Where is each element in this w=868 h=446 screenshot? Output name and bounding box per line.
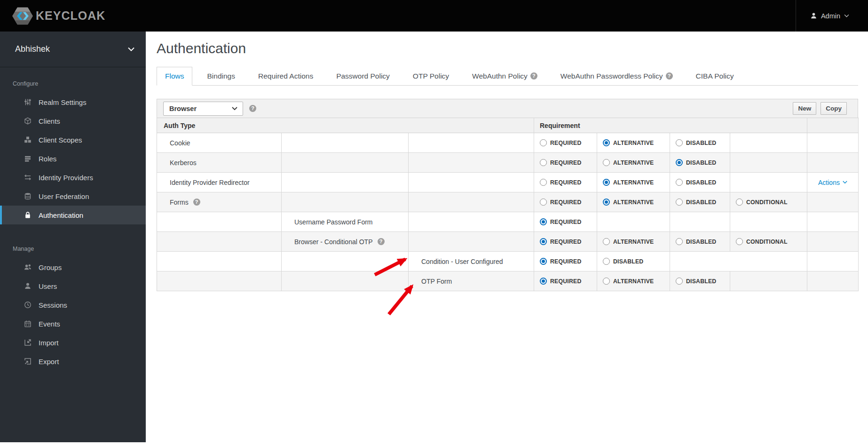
- sidebar-item-label: Clients: [39, 117, 60, 125]
- sidebar-nav: ConfigureRealm SettingsClientsClient Sco…: [0, 80, 146, 371]
- tab-password-policy[interactable]: Password Policy: [328, 67, 398, 85]
- requirement-radio-conditional[interactable]: [736, 199, 743, 206]
- sidebar: Abhishek ConfigureRealm SettingsClientsC…: [0, 32, 146, 442]
- empty-cell: [409, 212, 534, 232]
- tab-label: OTP Policy: [413, 72, 449, 80]
- requirement-cell: DISABLED: [597, 252, 670, 271]
- tab-label: Required Actions: [258, 72, 313, 80]
- requirement-option-label: REQUIRED: [550, 258, 582, 265]
- requirement-option: CONDITIONAL: [730, 238, 788, 245]
- empty-cell: [730, 212, 807, 232]
- actions-cell: [807, 271, 859, 291]
- requirement-option-label: ALTERNATIVE: [613, 140, 654, 146]
- tab-ciba-policy[interactable]: CIBA Policy: [687, 67, 742, 85]
- requirement-radio-required[interactable]: [540, 199, 547, 206]
- auth-type-cell: Condition - User Configured: [409, 252, 534, 271]
- tab-webauthn-policy[interactable]: WebAuthn Policy?: [464, 67, 546, 85]
- sidebar-item-events[interactable]: Events: [0, 314, 146, 333]
- requirement-option: DISABLED: [597, 258, 643, 265]
- requirement-radio-required[interactable]: [540, 278, 547, 285]
- copy-button[interactable]: Copy: [821, 102, 847, 115]
- requirement-cell: REQUIRED: [534, 271, 597, 291]
- requirement-cell: REQUIRED: [534, 232, 597, 252]
- tab-webauthn-passwordless-policy[interactable]: WebAuthn Passwordless Policy?: [552, 67, 681, 85]
- requirement-radio-required[interactable]: [540, 238, 547, 245]
- requirement-cell: DISABLED: [670, 271, 730, 291]
- requirement-radio-required[interactable]: [540, 218, 547, 225]
- empty-cell: [730, 271, 807, 291]
- top-bar: KEYCLOAK Admin: [0, 0, 868, 32]
- sidebar-item-import[interactable]: Import: [0, 333, 146, 352]
- page-title: Authentication: [157, 40, 246, 56]
- keycloak-logo[interactable]: KEYCLOAK: [12, 7, 105, 25]
- sliders-icon: [23, 98, 33, 106]
- requirement-option: REQUIRED: [534, 179, 582, 186]
- sidebar-item-roles[interactable]: Roles: [0, 149, 146, 168]
- auth-flows-table: Auth Type Requirement CookieREQUIREDALTE…: [157, 118, 859, 291]
- requirement-radio-alternative[interactable]: [603, 179, 610, 186]
- sidebar-item-client-scopes[interactable]: Client Scopes: [0, 130, 146, 149]
- empty-cell: [409, 192, 534, 212]
- requirement-radio-disabled[interactable]: [676, 139, 683, 146]
- requirement-option-label: REQUIRED: [550, 179, 582, 186]
- requirement-radio-alternative[interactable]: [603, 159, 610, 166]
- sidebar-item-identity-providers[interactable]: Identity Providers: [0, 168, 146, 187]
- sidebar-item-clients[interactable]: Clients: [0, 112, 146, 130]
- requirement-radio-alternative[interactable]: [603, 238, 610, 245]
- requirement-radio-alternative[interactable]: [603, 278, 610, 285]
- auth-type-label: Condition - User Configured: [421, 258, 503, 265]
- tab-flows[interactable]: Flows: [157, 67, 192, 86]
- auth-type-label: Cookie: [170, 139, 190, 147]
- actions-dropdown[interactable]: Actions: [818, 179, 847, 186]
- help-icon[interactable]: ?: [249, 105, 256, 112]
- requirement-radio-required[interactable]: [540, 258, 547, 265]
- requirement-radio-required[interactable]: [540, 179, 547, 186]
- requirement-radio-disabled[interactable]: [676, 278, 683, 285]
- requirement-radio-required[interactable]: [540, 139, 547, 146]
- sidebar-item-authentication[interactable]: Authentication: [0, 206, 146, 224]
- actions-cell: [807, 133, 859, 153]
- requirement-radio-disabled[interactable]: [603, 258, 610, 265]
- requirement-radio-disabled[interactable]: [676, 199, 683, 206]
- requirement-radio-alternative[interactable]: [603, 139, 610, 146]
- requirement-radio-conditional[interactable]: [736, 238, 743, 245]
- requirement-option-label: DISABLED: [686, 179, 716, 186]
- tab-otp-policy[interactable]: OTP Policy: [404, 67, 458, 85]
- empty-cell: [670, 252, 807, 271]
- sidebar-item-export[interactable]: Export: [0, 352, 146, 371]
- requirement-cell: REQUIRED: [534, 192, 597, 212]
- requirement-radio-disabled[interactable]: [676, 159, 683, 166]
- requirement-radio-alternative[interactable]: [603, 199, 610, 206]
- empty-cell: [282, 192, 409, 212]
- admin-user-menu[interactable]: Admin: [796, 0, 868, 32]
- requirement-cell: ALTERNATIVE: [597, 133, 670, 153]
- requirement-radio-disabled[interactable]: [676, 179, 683, 186]
- requirement-option: DISABLED: [670, 278, 716, 285]
- chevron-down-icon: [844, 14, 849, 17]
- requirement-cell: ALTERNATIVE: [597, 173, 670, 192]
- requirement-option: ALTERNATIVE: [597, 139, 654, 146]
- requirement-cell: ALTERNATIVE: [597, 192, 670, 212]
- sidebar-item-realm-settings[interactable]: Realm Settings: [0, 93, 146, 112]
- actions-cell: [807, 153, 859, 173]
- section-label: Manage: [13, 246, 146, 252]
- requirement-option: ALTERNATIVE: [597, 159, 654, 166]
- requirement-option-label: CONDITIONAL: [746, 199, 788, 206]
- requirement-radio-disabled[interactable]: [676, 238, 683, 245]
- sidebar-item-user-federation[interactable]: User Federation: [0, 187, 146, 206]
- sidebar-item-sessions[interactable]: Sessions: [0, 295, 146, 314]
- sidebar-item-label: Events: [39, 320, 60, 328]
- flow-select[interactable]: Browser: [163, 102, 243, 116]
- tab-label: WebAuthn Policy: [472, 72, 528, 80]
- requirement-radio-required[interactable]: [540, 159, 547, 166]
- realm-selector[interactable]: Abhishek: [0, 32, 146, 67]
- new-button[interactable]: New: [793, 102, 816, 115]
- sidebar-item-groups[interactable]: Groups: [0, 258, 146, 277]
- tab-bindings[interactable]: Bindings: [198, 67, 243, 85]
- actions-header: [807, 118, 859, 133]
- tab-required-actions[interactable]: Required Actions: [250, 67, 322, 85]
- sidebar-item-users[interactable]: Users: [0, 277, 146, 295]
- requirement-cell: REQUIRED: [534, 133, 597, 153]
- question-icon: ?: [193, 199, 200, 206]
- database-icon: [23, 192, 33, 200]
